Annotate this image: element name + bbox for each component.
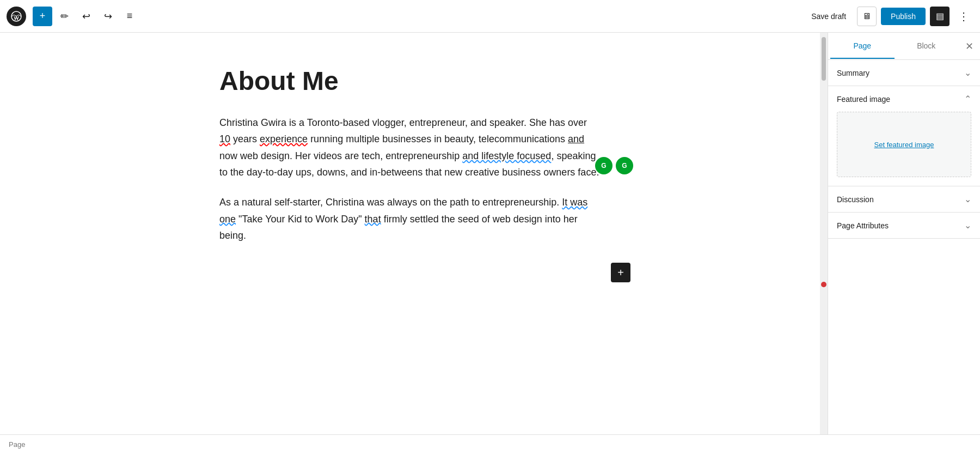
more-options-button[interactable]: ⋮: [954, 7, 973, 26]
document-overview-button[interactable]: ≡: [120, 7, 139, 26]
plus-icon-inline: +: [617, 267, 624, 278]
featured-image-section: Featured image ⌃ Set featured image: [828, 86, 980, 186]
summary-title: Summary: [837, 69, 869, 77]
wp-logo-icon: [11, 11, 22, 22]
page-title[interactable]: About Me: [219, 65, 601, 97]
discussion-title: Discussion: [837, 195, 874, 204]
text-that: that: [365, 214, 381, 225]
paragraph-1[interactable]: Christina Gwira is a Toronto-based vlogg…: [219, 114, 601, 181]
vertical-dots-icon: ⋮: [958, 10, 969, 23]
close-icon: ✕: [965, 40, 973, 52]
wp-logo: [7, 7, 26, 26]
grammarly-button-1[interactable]: G: [595, 157, 612, 174]
page-attributes-title: Page Attributes: [837, 221, 889, 230]
view-button[interactable]: 🖥: [857, 7, 877, 26]
text-it-was-one: It was one: [219, 197, 587, 225]
footer: Page: [0, 434, 980, 454]
editor-content: About Me G G Christina Gwira is a Toront…: [219, 65, 601, 413]
plus-icon: +: [40, 10, 46, 22]
add-block-toolbar-button[interactable]: +: [33, 7, 52, 26]
featured-image-title: Featured image: [837, 95, 890, 104]
grammarly-icon-2: G: [622, 162, 627, 170]
tools-button[interactable]: ✏: [54, 7, 74, 26]
discussion-section-header[interactable]: Discussion ⌄: [828, 186, 980, 212]
list-icon: ≡: [127, 10, 133, 22]
summary-section-header[interactable]: Summary ⌄: [828, 60, 980, 86]
grammarly-icon-1: G: [601, 162, 606, 170]
scroll-indicator-dot: [821, 282, 826, 287]
discussion-section: Discussion ⌄: [828, 186, 980, 213]
sidebar-tabs: Page Block ✕: [828, 33, 980, 60]
tab-block[interactable]: Block: [895, 34, 959, 59]
featured-image-section-header[interactable]: Featured image ⌃: [828, 86, 980, 112]
main-area: About Me G G Christina Gwira is a Toront…: [0, 33, 980, 434]
add-block-inline-button[interactable]: +: [611, 263, 630, 282]
layout-icon: ▤: [936, 11, 944, 21]
text-and: and: [568, 134, 584, 144]
redo-icon: ↪: [104, 10, 112, 22]
text-and-lifestyle: and lifestyle focused: [462, 150, 551, 161]
summary-section: Summary ⌄: [828, 60, 980, 86]
page-attributes-toggle-icon: ⌄: [964, 220, 971, 231]
page-attributes-section: Page Attributes ⌄: [828, 213, 980, 239]
scrollbar[interactable]: [820, 33, 828, 434]
monitor-icon: 🖥: [862, 11, 871, 21]
editor-area: About Me G G Christina Gwira is a Toront…: [0, 33, 820, 434]
featured-image-toggle-icon: ⌃: [964, 94, 971, 104]
publish-button[interactable]: Publish: [881, 8, 926, 25]
text-experience: experience: [260, 134, 308, 144]
page-attributes-section-header[interactable]: Page Attributes ⌄: [828, 213, 980, 238]
undo-icon: ↩: [82, 10, 90, 22]
paragraph-2[interactable]: As a natural self-starter, Christina was…: [219, 194, 601, 244]
toolbar-right: Save draft 🖥 Publish ▤ ⋮: [805, 7, 973, 26]
discussion-toggle-icon: ⌄: [964, 194, 971, 204]
toolbar: + ✏ ↩ ↪ ≡ Save draft 🖥 Publish ▤ ⋮: [0, 0, 980, 33]
text-10: 10: [219, 134, 230, 144]
grammarly-button-2[interactable]: G: [616, 157, 633, 174]
tab-page[interactable]: Page: [830, 34, 895, 59]
pencil-icon: ✏: [60, 10, 69, 22]
floating-tools: G G: [595, 157, 633, 174]
featured-image-body: Set featured image: [828, 112, 980, 186]
save-draft-button[interactable]: Save draft: [805, 9, 853, 24]
redo-button[interactable]: ↪: [98, 7, 118, 26]
summary-toggle-icon: ⌄: [964, 68, 971, 78]
sidebar: Page Block ✕ Summary ⌄ Featured image ⌃ …: [828, 33, 980, 434]
set-featured-image-label[interactable]: Set featured image: [874, 141, 934, 149]
settings-sidebar-button[interactable]: ▤: [930, 7, 950, 26]
footer-status: Page: [9, 440, 25, 449]
sidebar-close-button[interactable]: ✕: [960, 38, 978, 55]
featured-image-placeholder[interactable]: Set featured image: [837, 112, 971, 177]
undo-button[interactable]: ↩: [76, 7, 96, 26]
scroll-thumb[interactable]: [822, 37, 826, 81]
